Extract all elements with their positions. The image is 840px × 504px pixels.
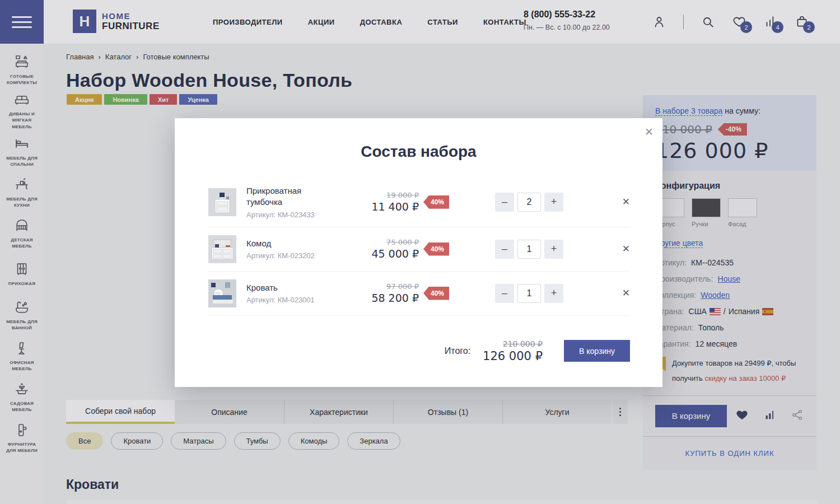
item-discount-badge: 40%: [423, 287, 449, 300]
item-old-price: 75 000 ₽: [356, 238, 419, 246]
quantity-decrease-button[interactable]: –: [495, 240, 514, 259]
remove-item-button[interactable]: ✕: [622, 287, 630, 299]
modal-item-row: Прикроватная тумбочка Артикул: КМ-023433…: [208, 178, 630, 227]
item-sku: Артикул: КМ-023001: [246, 296, 356, 304]
item-name: Кровать: [246, 282, 330, 293]
bed-thumbnail: [208, 279, 236, 307]
quantity-stepper: – +: [495, 193, 563, 212]
item-old-price: 97 000 ₽: [356, 282, 419, 291]
item-price: 11 400 ₽: [356, 200, 419, 213]
page: H HOME FURNITURE ПРОИЗВОДИТЕЛИ АКЦИИ ДОС…: [0, 0, 840, 504]
item-price: 58 200 ₽: [356, 292, 419, 304]
item-discount-badge: 40%: [423, 242, 449, 256]
item-name: Прикроватная тумбочка: [246, 185, 330, 208]
modal-footer: Итого: 210 000 ₽ 126 000 ₽ В корзину: [208, 339, 630, 363]
modal-item-row: Кровать Артикул: КМ-023001 97 000 ₽ 58 2…: [208, 272, 630, 316]
modal-items: Прикроватная тумбочка Артикул: КМ-023433…: [208, 178, 630, 316]
quantity-input[interactable]: [517, 284, 541, 303]
quantity-input[interactable]: [517, 193, 541, 212]
total-price: 126 000 ₽: [483, 349, 543, 363]
quantity-decrease-button[interactable]: –: [495, 284, 514, 303]
item-discount-badge: 40%: [423, 195, 449, 209]
item-name: Комод: [246, 238, 330, 249]
nightstand-thumbnail: [208, 188, 236, 216]
quantity-decrease-button[interactable]: –: [495, 193, 514, 212]
modal-add-to-cart-button[interactable]: В корзину: [564, 340, 630, 362]
quantity-increase-button[interactable]: +: [544, 240, 563, 259]
quantity-increase-button[interactable]: +: [544, 193, 563, 212]
modal-close-button[interactable]: ✕: [645, 127, 654, 137]
total-label: Итого:: [445, 346, 470, 356]
item-sku: Артикул: КМ-023433: [246, 211, 356, 219]
item-price: 45 000 ₽: [356, 248, 419, 260]
set-composition-modal: ✕ Состав набора Прикроватная тумбочка Ар…: [175, 118, 662, 387]
quantity-input[interactable]: [517, 240, 541, 259]
dresser-thumbnail: [208, 235, 236, 263]
modal-title: Состав набора: [175, 143, 662, 161]
total-old-price: 210 000 ₽: [483, 339, 543, 348]
quantity-increase-button[interactable]: +: [544, 284, 563, 303]
quantity-stepper: – +: [495, 284, 563, 303]
item-sku: Артикул: КМ-023202: [246, 251, 356, 260]
remove-item-button[interactable]: ✕: [622, 243, 630, 255]
item-old-price: 19 000 ₽: [356, 191, 419, 199]
remove-item-button[interactable]: ✕: [622, 196, 630, 208]
modal-item-row: Комод Артикул: КМ-023202 75 000 ₽ 45 000…: [208, 227, 630, 272]
quantity-stepper: – +: [495, 240, 563, 259]
